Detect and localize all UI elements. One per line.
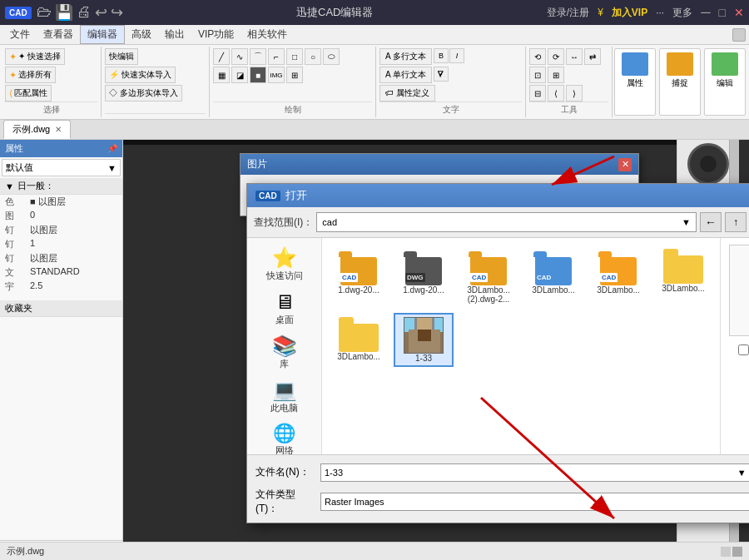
filename-combo[interactable]: 1-33 ▼ xyxy=(320,463,749,482)
tab-close-icon[interactable]: ✕ xyxy=(55,125,62,134)
file-item-7[interactable]: 3DLambo... xyxy=(329,313,389,367)
multiline-text-btn[interactable]: A 多行文本 xyxy=(379,48,432,65)
menu-editor[interactable]: 编辑器 xyxy=(80,25,125,44)
tool7[interactable]: ⊟ xyxy=(529,85,546,102)
single-text-btn[interactable]: A 单行文本 xyxy=(379,67,432,83)
redo-icon: ↪ xyxy=(111,3,123,22)
status-icon-1[interactable] xyxy=(721,547,731,557)
file-item-1-name: 1.dwg-20... xyxy=(338,285,379,295)
quick-select-btn[interactable]: ✦ ✦ 快速选择 xyxy=(5,48,65,65)
toolbar-expand[interactable] xyxy=(732,28,746,42)
quick-edit-btn[interactable]: 快编辑 xyxy=(105,48,138,65)
poly-solid-import-btn[interactable]: ◇ 多边形实体导入 xyxy=(105,85,182,102)
italic-btn[interactable]: I xyxy=(449,48,464,63)
file-item-2[interactable]: DWG 1.dwg-20... xyxy=(394,245,454,308)
tab-main[interactable]: 示例.dwg ✕ xyxy=(3,120,71,139)
toolbar-text-row3: 🏷 属性定义 xyxy=(379,85,522,102)
solid-tool[interactable]: ■ xyxy=(250,67,266,83)
nav-computer[interactable]: 💻 此电脑 xyxy=(252,375,317,418)
gradient-tool[interactable]: ◪ xyxy=(231,67,248,83)
menu-vip[interactable]: VIP功能 xyxy=(191,26,241,43)
toolbar-draw-icons: ╱ ∿ ⌒ ⌐ □ ○ ⬭ xyxy=(213,48,372,65)
nav-network[interactable]: 🌐 网络 xyxy=(252,419,317,454)
sidebar-dropdown[interactable]: 默认值 ▼ xyxy=(2,159,121,176)
login-button[interactable]: 登录/注册 xyxy=(547,6,589,20)
file-item-3[interactable]: CAD 3DLambo...(2).dwg-2... xyxy=(459,245,518,308)
table-tool[interactable]: ⊞ xyxy=(286,67,303,83)
image-dialog-title: 图片 ✕ xyxy=(241,154,638,175)
menu-output[interactable]: 输出 xyxy=(158,26,191,43)
nav-computer-label: 此电脑 xyxy=(270,402,298,414)
file-dialog-content: ⭐ 快速访问 🖥 桌面 📚 库 💻 此电脑 xyxy=(247,238,749,454)
sidebar-pin-icon[interactable]: 📌 xyxy=(107,144,117,153)
menu-advanced[interactable]: 高级 xyxy=(125,26,158,43)
tool9[interactable]: ⟩ xyxy=(566,85,583,102)
toolbar-edit-row2: ⚡ 快速实体导入 xyxy=(105,67,206,83)
preview-active-checkbox[interactable] xyxy=(738,344,749,355)
polyline-tool[interactable]: ⌐ xyxy=(268,48,285,65)
image-dialog-close-btn[interactable]: ✕ xyxy=(618,158,632,171)
filename-row: 文件名(N)： 1-33 ▼ 打开(O) xyxy=(255,462,749,483)
minimize-button[interactable]: ─ xyxy=(701,5,710,20)
tool3[interactable]: ↔ xyxy=(566,48,583,65)
circle-tool[interactable]: ○ xyxy=(305,48,321,65)
tool1[interactable]: ⟲ xyxy=(529,48,546,65)
menu-file[interactable]: 文件 xyxy=(3,26,37,43)
sidebar-general-section[interactable]: ▼ 日一般： xyxy=(0,178,122,195)
file-item-5[interactable]: CAD 3DLambo... xyxy=(588,245,648,308)
toolbar-row-3: ⟨ 匹配属性 xyxy=(5,85,97,102)
text-icon1[interactable]: ⛛ xyxy=(434,67,449,82)
line-tool[interactable]: ╱ xyxy=(213,48,230,65)
nav-quick-access-label: 快速访问 xyxy=(266,270,303,282)
desktop-icon: 🖥 xyxy=(275,290,295,314)
sidebar-title-label: 属性 xyxy=(5,142,23,155)
ellipse-tool[interactable]: ⬭ xyxy=(323,48,340,65)
quick-solid-import-btn[interactable]: ⚡ 快速实体导入 xyxy=(105,67,176,83)
file-item-6[interactable]: 3DLambo... xyxy=(653,245,713,308)
hatch-tool[interactable]: ▦ xyxy=(213,67,230,83)
dwg-icon-1: CAD xyxy=(339,249,379,285)
nav-library[interactable]: 📚 库 xyxy=(252,331,317,374)
folder-icon-2 xyxy=(339,317,379,352)
file-item-8[interactable]: 1-33 xyxy=(394,313,454,367)
tab-bar: 示例.dwg ✕ xyxy=(0,120,749,140)
file-item-4[interactable]: CAD 3DLambo... xyxy=(523,245,583,308)
close-button[interactable]: ✕ xyxy=(734,6,744,19)
folder-dropdown[interactable]: cad ▼ xyxy=(316,212,697,232)
file-item-1[interactable]: CAD 1.dwg-20... xyxy=(329,245,389,308)
select-all-btn[interactable]: ✦ 选择所有 xyxy=(5,67,56,83)
up-folder-btn[interactable]: ↑ xyxy=(725,212,747,232)
curve-tool[interactable]: ∿ xyxy=(231,48,248,65)
nav-quick-access[interactable]: ⭐ 快速访问 xyxy=(252,243,317,285)
tool8[interactable]: ⟨ xyxy=(548,85,564,102)
image-tool[interactable]: IMG xyxy=(268,67,285,83)
file-icon: 🗁 xyxy=(37,3,52,22)
rect-tool[interactable]: □ xyxy=(286,48,303,65)
preview-active-check: Preview active xyxy=(738,344,749,355)
more-button[interactable]: 更多 xyxy=(672,6,692,20)
sidebar-favorites-section[interactable]: 收藏夹 xyxy=(0,300,122,317)
tool6[interactable]: ⊞ xyxy=(548,67,564,83)
tool5[interactable]: ⊡ xyxy=(529,67,546,83)
menu-viewer[interactable]: 查看器 xyxy=(37,26,80,43)
arc-tool[interactable]: ⌒ xyxy=(250,48,266,65)
bold-btn[interactable]: B xyxy=(434,48,449,63)
go-back-btn[interactable]: ← xyxy=(700,212,722,232)
tool4[interactable]: ⇄ xyxy=(584,48,601,65)
properties-btn[interactable]: 属性 xyxy=(614,48,656,116)
title-bar: CAD 🗁 💾 🖨 ↩ ↪ 迅捷CAD编辑器 登录/注册 ¥ 加入VIP ···… xyxy=(0,0,749,25)
edit-btn[interactable]: 编辑 xyxy=(704,48,746,116)
filetype-combo[interactable]: Raster Images ▼ xyxy=(320,493,749,511)
menu-related[interactable]: 相关软件 xyxy=(241,26,294,43)
tool2[interactable]: ⟳ xyxy=(548,48,564,65)
vip-button[interactable]: ¥ xyxy=(598,7,603,18)
main-content: 属性 📌 默认值 ▼ ▼ 日一般： 色 ■ 以图层 图 0 钉 以图层 钉 1 xyxy=(0,140,749,560)
file-dialog-title-bar: CAD 打开 ✕ xyxy=(247,184,749,207)
match-prop-btn[interactable]: ⟨ 匹配属性 xyxy=(5,85,52,102)
join-vip-button[interactable]: 加入VIP xyxy=(612,6,647,20)
attr-define-btn[interactable]: 🏷 属性定义 xyxy=(379,85,435,102)
snap-btn[interactable]: 捕捉 xyxy=(659,48,701,116)
nav-desktop[interactable]: 🖥 桌面 xyxy=(252,287,317,330)
status-icon-2[interactable] xyxy=(732,547,742,557)
maximize-button[interactable]: □ xyxy=(719,6,726,19)
